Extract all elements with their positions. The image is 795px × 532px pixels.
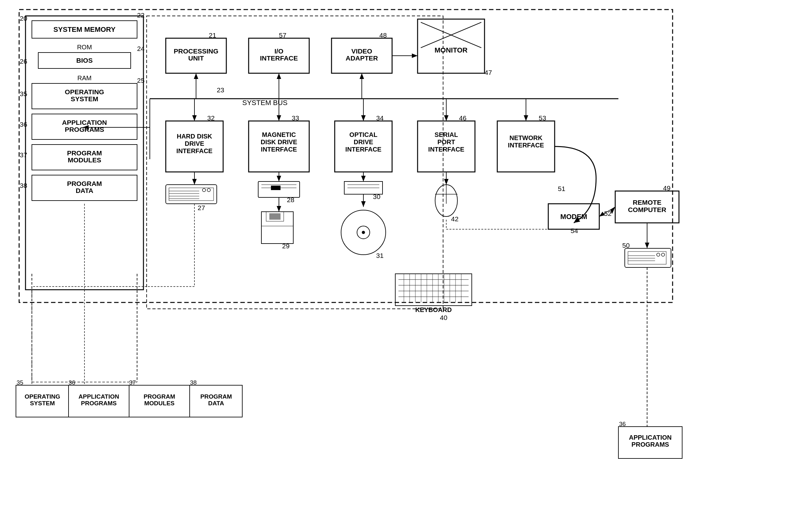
svg-text:DRIVE: DRIVE <box>354 138 373 146</box>
svg-text:30: 30 <box>373 193 380 200</box>
svg-rect-0 <box>19 10 673 302</box>
svg-text:PROGRAMS: PROGRAMS <box>81 400 117 406</box>
svg-text:22: 22 <box>137 12 144 19</box>
svg-text:PROGRAMS: PROGRAMS <box>631 441 669 448</box>
svg-text:PROGRAM: PROGRAM <box>67 180 102 187</box>
svg-text:MAGNETIC: MAGNETIC <box>262 131 296 138</box>
svg-text:OPTICAL: OPTICAL <box>349 131 377 138</box>
svg-text:47: 47 <box>485 69 492 76</box>
svg-marker-106 <box>192 179 197 185</box>
svg-rect-174 <box>628 251 666 264</box>
svg-text:MONITOR: MONITOR <box>434 46 468 54</box>
svg-text:23: 23 <box>217 86 224 94</box>
svg-text:51: 51 <box>558 185 565 192</box>
svg-marker-52 <box>277 73 281 79</box>
svg-rect-116 <box>269 213 281 220</box>
svg-text:35: 35 <box>20 90 27 97</box>
svg-text:32: 32 <box>207 114 215 121</box>
svg-point-175 <box>657 253 660 256</box>
svg-text:25: 25 <box>137 77 144 84</box>
svg-text:50: 50 <box>622 242 630 249</box>
svg-text:28: 28 <box>287 196 294 204</box>
svg-text:46: 46 <box>459 114 466 121</box>
svg-text:49: 49 <box>663 184 670 192</box>
svg-text:36: 36 <box>619 421 626 427</box>
svg-marker-50 <box>194 73 198 79</box>
svg-text:KEYBOARD: KEYBOARD <box>415 306 452 313</box>
svg-text:SYSTEM: SYSTEM <box>71 95 98 102</box>
svg-text:INTERFACE: INTERFACE <box>428 146 464 153</box>
svg-text:APPLICATION: APPLICATION <box>62 119 107 126</box>
svg-text:COMPUTER: COMPUTER <box>628 206 666 213</box>
svg-marker-120 <box>277 206 281 212</box>
svg-text:34: 34 <box>376 114 384 121</box>
svg-text:APPLICATION: APPLICATION <box>78 393 119 400</box>
svg-text:PROGRAM: PROGRAM <box>67 149 102 157</box>
svg-marker-82 <box>361 115 366 121</box>
svg-text:SYSTEM: SYSTEM <box>30 400 55 406</box>
svg-text:57: 57 <box>279 32 286 39</box>
svg-text:26: 26 <box>20 58 27 65</box>
svg-text:INTERFACE: INTERFACE <box>508 142 544 149</box>
svg-point-176 <box>662 253 665 256</box>
svg-text:52: 52 <box>604 210 611 217</box>
svg-point-98 <box>202 189 205 192</box>
svg-text:33: 33 <box>292 114 299 121</box>
svg-text:38: 38 <box>20 182 27 189</box>
svg-marker-122 <box>361 176 366 182</box>
svg-marker-108 <box>277 176 281 182</box>
svg-text:VIDEO: VIDEO <box>351 48 372 55</box>
svg-text:MODULES: MODULES <box>144 400 175 406</box>
svg-marker-134 <box>444 179 449 185</box>
svg-text:HARD DISK: HARD DISK <box>177 133 212 140</box>
svg-text:24: 24 <box>137 45 145 52</box>
svg-text:27: 27 <box>198 204 205 211</box>
svg-text:MODEM: MODEM <box>560 213 587 221</box>
svg-rect-96 <box>166 185 217 204</box>
svg-rect-173 <box>625 248 671 267</box>
svg-marker-171 <box>645 243 649 248</box>
svg-text:APPLICATION: APPLICATION <box>629 434 672 441</box>
svg-text:42: 42 <box>451 215 458 223</box>
svg-point-99 <box>207 189 211 192</box>
svg-text:INTERFACE: INTERFACE <box>176 147 212 154</box>
svg-text:OPERATING: OPERATING <box>24 393 60 400</box>
svg-text:35: 35 <box>17 379 23 386</box>
svg-text:RAM: RAM <box>77 75 91 81</box>
svg-text:DRIVE: DRIVE <box>184 140 204 147</box>
svg-text:DATA: DATA <box>208 400 224 406</box>
svg-text:36: 36 <box>20 121 27 128</box>
svg-marker-128 <box>361 201 366 207</box>
svg-text:29: 29 <box>282 242 289 250</box>
svg-text:37: 37 <box>129 379 136 386</box>
svg-text:ROM: ROM <box>77 44 92 51</box>
svg-marker-54 <box>360 73 364 79</box>
svg-text:UNIT: UNIT <box>188 54 204 62</box>
svg-rect-139 <box>395 274 472 306</box>
svg-text:BIOS: BIOS <box>76 57 92 64</box>
svg-text:PROGRAM: PROGRAM <box>200 393 232 400</box>
svg-text:54: 54 <box>571 227 578 234</box>
diagram-svg: SYSTEM MEMORY ROM BIOS RAM OPERATING SYS… <box>0 0 795 532</box>
svg-text:OPERATING: OPERATING <box>65 88 104 96</box>
svg-text:31: 31 <box>376 252 383 259</box>
svg-text:40: 40 <box>440 314 447 321</box>
svg-text:36: 36 <box>69 379 75 386</box>
svg-text:SERIAL: SERIAL <box>434 131 458 138</box>
svg-text:SYSTEM MEMORY: SYSTEM MEMORY <box>54 25 116 34</box>
svg-text:ADAPTER: ADAPTER <box>345 54 378 62</box>
svg-marker-68 <box>192 115 197 121</box>
svg-marker-95 <box>524 115 528 121</box>
svg-text:37: 37 <box>20 151 27 158</box>
svg-point-131 <box>362 231 365 234</box>
svg-text:20: 20 <box>20 15 27 22</box>
svg-text:53: 53 <box>539 114 546 121</box>
svg-text:21: 21 <box>209 32 216 39</box>
svg-text:REMOTE: REMOTE <box>633 199 662 206</box>
svg-text:PROGRAM: PROGRAM <box>143 393 175 400</box>
svg-rect-112 <box>271 186 281 190</box>
svg-text:I/O: I/O <box>274 48 283 55</box>
svg-text:PROCESSING: PROCESSING <box>174 48 218 55</box>
diagram: SYSTEM MEMORY ROM BIOS RAM OPERATING SYS… <box>0 0 795 532</box>
svg-text:DATA: DATA <box>75 187 93 194</box>
